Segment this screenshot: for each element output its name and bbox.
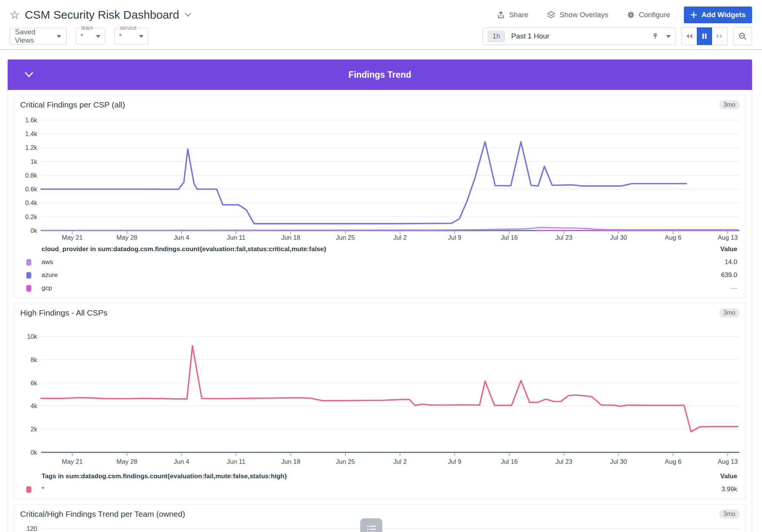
template-var-service-label: service (118, 25, 138, 31)
svg-text:Jun 4: Jun 4 (174, 458, 189, 465)
svg-text:0k: 0k (30, 227, 37, 234)
svg-text:Jun 11: Jun 11 (227, 234, 245, 241)
widget-critical-high-findings-per-team[interactable]: Critical/High Findings Trend per Team (o… (14, 504, 746, 532)
widget-title: High Findings - All CSPs (20, 308, 107, 317)
title-chevron-down-icon[interactable] (184, 13, 191, 17)
svg-text:2k: 2k (30, 426, 37, 433)
legend-row-gcp[interactable]: gcp— (20, 282, 740, 295)
share-label: Share (509, 11, 528, 19)
template-var-team[interactable]: team * (76, 28, 105, 45)
template-var-service[interactable]: service * (114, 28, 148, 45)
group-title: Findings Trend (348, 70, 411, 80)
series-color-swatch (26, 272, 31, 279)
timeframe-badge: 3mo (719, 100, 740, 109)
zoom-out-button[interactable] (733, 27, 752, 45)
series-color-swatch (26, 259, 31, 266)
svg-text:Jun 11: Jun 11 (227, 458, 245, 465)
svg-text:Jul 30: Jul 30 (610, 234, 627, 241)
svg-text:8k: 8k (30, 356, 37, 364)
group-body: Critical Findings per CSP (all) 3mo May … (8, 90, 752, 532)
series-name: * (42, 486, 44, 493)
svg-text:1.4k: 1.4k (25, 130, 37, 138)
svg-text:Jun 4: Jun 4 (174, 234, 189, 241)
svg-text:120: 120 (27, 525, 37, 532)
svg-text:Jul 9: Jul 9 (448, 234, 461, 241)
collapse-chevron-down-icon[interactable] (24, 71, 34, 78)
widget-title: Critical Findings per CSP (all) (20, 100, 125, 109)
dashboard-header: ☆ CSM Security Risk Dashboard Share Show… (0, 0, 762, 50)
time-range-label: Past 1 Hour (511, 32, 549, 40)
rewind-button[interactable] (682, 27, 697, 45)
svg-text:Jul 23: Jul 23 (555, 458, 572, 465)
legend-query: cloud_provider in sum:datadog.csm.findin… (42, 245, 326, 253)
saved-views-label: Saved Views (15, 28, 56, 45)
legend-row-aws[interactable]: aws14.0 (20, 256, 740, 269)
legend-value-header: Value (720, 245, 737, 253)
fast-forward-button[interactable] (712, 27, 727, 45)
chart-legend: cloud_provider in sum:datadog.csm.findin… (14, 242, 746, 298)
dashboard-body: Findings Trend Critical Findings per CSP… (0, 50, 762, 532)
show-overlays-label: Show Overlays (560, 11, 608, 19)
time-range-picker[interactable]: 1h Past 1 Hour (483, 27, 676, 45)
template-var-service-value: * (119, 32, 122, 40)
add-widgets-label: Add Widgets (701, 11, 746, 19)
widget-critical-findings-per-csp[interactable]: Critical Findings per CSP (all) 3mo May … (14, 95, 746, 298)
series-name: aws (42, 258, 53, 266)
pin-icon[interactable] (651, 32, 659, 40)
time-playback-controls (681, 27, 728, 45)
pause-button[interactable] (697, 27, 712, 45)
legend-header-row: Tags in sum:datadog.csm.findings.count{e… (20, 470, 740, 483)
show-overlays-button[interactable]: Show Overlays (547, 10, 608, 19)
svg-text:Jul 16: Jul 16 (501, 458, 518, 465)
line-chart-high-findings[interactable]: May 21May 28Jun 4Jun 11Jun 18Jun 25Jul 2… (14, 318, 746, 469)
svg-text:10k: 10k (27, 333, 38, 340)
svg-text:0.8k: 0.8k (25, 172, 37, 179)
widget-high-findings-all-csps[interactable]: High Findings - All CSPs 3mo May 21May 2… (14, 303, 746, 499)
group-header-findings-trend[interactable]: Findings Trend (8, 59, 752, 90)
legend-header-row: cloud_provider in sum:datadog.csm.findin… (20, 243, 740, 256)
svg-text:Jul 30: Jul 30 (610, 458, 627, 465)
line-chart-critical-findings[interactable]: May 21May 28Jun 4Jun 11Jun 18Jun 25Jul 2… (14, 110, 746, 242)
favorite-star-icon[interactable]: ☆ (10, 9, 20, 21)
svg-text:Jun 25: Jun 25 (336, 234, 355, 241)
svg-text:Aug 6: Aug 6 (665, 234, 682, 241)
layers-icon (547, 10, 556, 19)
plus-icon (690, 11, 697, 18)
svg-text:May 21: May 21 (62, 234, 83, 241)
svg-text:Jul 2: Jul 2 (393, 458, 407, 465)
legend-row-*[interactable]: *3.99k (20, 483, 740, 496)
svg-text:Jul 23: Jul 23 (555, 234, 572, 241)
svg-text:Jun 18: Jun 18 (281, 458, 300, 465)
share-button[interactable]: Share (497, 11, 528, 19)
dashboard-title: CSM Security Risk Dashboard (25, 8, 179, 21)
gear-icon (627, 11, 635, 19)
svg-text:1k: 1k (30, 158, 37, 165)
svg-text:0k: 0k (30, 449, 37, 456)
svg-text:1.2k: 1.2k (25, 144, 37, 152)
caret-down-icon (666, 35, 671, 38)
saved-views-dropdown[interactable]: Saved Views (10, 28, 67, 45)
series-value: 639.0 (721, 271, 737, 279)
svg-text:1.6k: 1.6k (25, 117, 37, 124)
svg-text:0.2k: 0.2k (25, 213, 37, 221)
legend-toggle-button[interactable] (360, 518, 382, 532)
configure-button[interactable]: Configure (627, 11, 670, 19)
time-range-chip: 1h (488, 30, 505, 42)
legend-query: Tags in sum:datadog.csm.findings.count{e… (42, 473, 287, 480)
template-var-team-value: * (80, 32, 83, 40)
svg-text:0.6k: 0.6k (25, 186, 37, 193)
svg-text:Jul 16: Jul 16 (501, 234, 518, 241)
caret-down-icon (96, 35, 101, 38)
legend-row-azure[interactable]: azure639.0 (20, 269, 740, 282)
svg-text:0.4k: 0.4k (25, 200, 37, 207)
share-icon (497, 11, 505, 19)
svg-text:Aug 6: Aug 6 (665, 458, 682, 465)
svg-text:Jun 25: Jun 25 (336, 458, 355, 465)
svg-text:6k: 6k (30, 380, 37, 387)
svg-text:Jul 9: Jul 9 (448, 458, 461, 465)
legend-value-header: Value (720, 473, 737, 480)
add-widgets-button[interactable]: Add Widgets (684, 6, 752, 23)
svg-text:May 28: May 28 (117, 458, 138, 465)
list-icon (366, 524, 377, 532)
series-name: gcp (42, 284, 52, 292)
